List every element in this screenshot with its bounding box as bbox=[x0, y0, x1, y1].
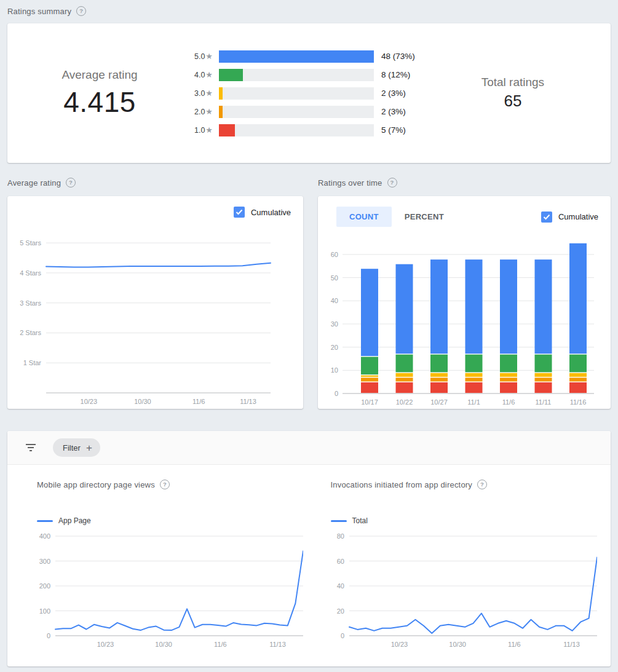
rating-bar-label: 1.0★ bbox=[192, 125, 213, 135]
rating-bar-track bbox=[219, 106, 374, 118]
x-axis-label: 11/16 bbox=[570, 398, 587, 406]
filter-list-icon[interactable] bbox=[22, 441, 39, 454]
rating-bar-fill bbox=[219, 69, 243, 81]
cumulative-checkbox[interactable] bbox=[234, 207, 245, 218]
rating-bar-track bbox=[219, 87, 374, 100]
y-axis-label: 20 bbox=[336, 607, 344, 615]
ratings-dashboard-page: Ratings summary ? Average rating 4.415 5… bbox=[0, 0, 618, 666]
y-axis-label: 40 bbox=[336, 582, 344, 590]
tab-count[interactable]: COUNT bbox=[336, 207, 392, 227]
x-axis-label: 10/30 bbox=[449, 641, 466, 648]
filter-chip[interactable]: Filter + bbox=[53, 438, 100, 457]
x-axis-label: 10/23 bbox=[97, 641, 114, 648]
bar-segment-1-star bbox=[569, 382, 587, 393]
page-views-title-row: Mobile app directory page views ? bbox=[37, 480, 305, 489]
average-rating-column: Average rating ? 5 Stars4 Stars3 Stars2 … bbox=[7, 169, 303, 409]
legend-label: App Page bbox=[58, 516, 91, 525]
section-title-text: Average rating bbox=[7, 178, 61, 188]
ratings-over-time-chart-card: 010203040506010/1710/2210/2711/111/611/1… bbox=[318, 196, 611, 409]
x-axis-label: 11/6 bbox=[508, 641, 521, 648]
y-axis-label: 20 bbox=[331, 344, 338, 351]
bar-segment-2-star bbox=[465, 378, 483, 381]
bar-segment-5-star bbox=[430, 259, 448, 354]
star-icon: ★ bbox=[205, 125, 213, 135]
rating-bar-fill bbox=[219, 124, 235, 136]
bar-segment-3-star bbox=[396, 373, 413, 377]
rating-bar-row: 1.0★5 (7%) bbox=[192, 121, 415, 140]
invocations-title-row: Invocations initiated from app directory… bbox=[331, 480, 599, 489]
bar-segment-3-star bbox=[465, 373, 483, 377]
x-axis-label: 10/23 bbox=[81, 398, 98, 405]
rating-bar-value: 48 (73%) bbox=[381, 52, 415, 61]
bar-segment-2-star bbox=[430, 378, 448, 381]
ratings-distribution: 5.0★48 (73%)4.0★8 (12%)3.0★2 (3%)2.0★2 (… bbox=[192, 47, 415, 140]
page-title-row: Ratings summary ? bbox=[7, 5, 611, 17]
bar-segment-2-star bbox=[361, 378, 378, 381]
rating-bar-row: 3.0★2 (3%) bbox=[192, 84, 415, 103]
x-axis-label: 11/11 bbox=[536, 398, 552, 406]
y-axis-label: 400 bbox=[39, 532, 50, 540]
x-axis-label: 10/30 bbox=[134, 398, 151, 405]
total-ratings-label: Total ratings bbox=[415, 76, 611, 89]
help-icon[interactable]: ? bbox=[76, 6, 86, 16]
rating-bar-label: 4.0★ bbox=[192, 70, 213, 79]
average-rating-chart-card: 5 Stars4 Stars3 Stars2 Stars1 Star10/231… bbox=[7, 196, 303, 409]
legend-line-swatch bbox=[37, 520, 53, 522]
help-icon[interactable]: ? bbox=[387, 178, 397, 188]
help-icon[interactable]: ? bbox=[477, 480, 487, 489]
plus-icon: + bbox=[86, 443, 92, 453]
chart-toolbar: Cumulative bbox=[7, 196, 303, 218]
y-axis-label: 1 Star bbox=[23, 359, 42, 366]
bar-segment-1-star bbox=[535, 382, 552, 393]
help-icon[interactable]: ? bbox=[66, 178, 76, 188]
star-icon: ★ bbox=[205, 107, 213, 116]
x-axis-label: 11/6 bbox=[502, 398, 515, 406]
page-views-line-chart: 010020030040010/2310/3011/611/13 bbox=[30, 531, 303, 654]
x-axis-label: 10/17 bbox=[361, 398, 378, 406]
bar-segment-4-star bbox=[361, 357, 378, 374]
section-title-text: Invocations initiated from app directory bbox=[331, 480, 473, 489]
bar-segment-4-star bbox=[535, 355, 552, 373]
tab-percent[interactable]: PERCENT bbox=[392, 207, 457, 227]
ratings-over-time-bar-chart: 010203040506010/1710/2210/2711/111/611/1… bbox=[318, 196, 611, 409]
page-views-legend: App Page bbox=[37, 516, 305, 525]
y-axis-label: 200 bbox=[39, 582, 50, 590]
bar-segment-1-star bbox=[430, 382, 448, 393]
legend-line-swatch bbox=[331, 520, 347, 522]
bar-segment-4-star bbox=[465, 355, 483, 373]
ratings-over-time-column: Ratings over time ? 010203040506010/1710… bbox=[318, 169, 611, 409]
cumulative-checkbox[interactable] bbox=[541, 211, 552, 223]
bar-segment-5-star bbox=[396, 264, 413, 354]
bar-segment-5-star bbox=[535, 259, 552, 354]
y-axis-label: 30 bbox=[331, 320, 338, 328]
bar-segment-4-star bbox=[569, 355, 587, 373]
help-icon[interactable]: ? bbox=[160, 480, 170, 489]
data-line bbox=[55, 551, 303, 630]
x-axis-label: 10/27 bbox=[430, 398, 448, 406]
bar-segment-2-star bbox=[396, 378, 413, 381]
y-axis-label: 0 bbox=[340, 632, 344, 639]
average-rating-line-chart: 5 Stars4 Stars3 Stars2 Stars1 Star10/231… bbox=[7, 196, 303, 409]
rating-bar-label: 5.0★ bbox=[192, 52, 213, 61]
y-axis-label: 2 Stars bbox=[20, 329, 41, 336]
y-axis-label: 5 Stars bbox=[20, 239, 41, 247]
bar-segment-1-star bbox=[361, 382, 378, 393]
rating-bar-fill bbox=[219, 50, 374, 63]
rating-bar-value: 8 (12%) bbox=[381, 70, 410, 79]
bar-segment-4-star bbox=[396, 355, 413, 373]
x-axis-label: 11/13 bbox=[563, 641, 580, 648]
bar-segment-1-star bbox=[465, 382, 483, 393]
bar-segment-2-star bbox=[535, 378, 552, 381]
x-axis-label: 11/13 bbox=[269, 641, 286, 648]
invocations-column: Invocations initiated from app directory… bbox=[323, 465, 599, 654]
check-icon bbox=[236, 209, 243, 215]
average-rating-value: 4.415 bbox=[7, 85, 192, 119]
bar-segment-5-star bbox=[465, 259, 483, 354]
check-icon bbox=[543, 214, 550, 220]
count-percent-tabs: COUNT PERCENT bbox=[336, 207, 457, 227]
page-views-column: Mobile app directory page views ? App Pa… bbox=[30, 465, 305, 654]
y-axis-label: 40 bbox=[331, 297, 338, 304]
rating-bar-fill bbox=[219, 106, 223, 118]
bar-segment-4-star bbox=[430, 355, 448, 373]
invocations-line-chart: 02040608010/2310/3011/611/13 bbox=[323, 531, 597, 654]
